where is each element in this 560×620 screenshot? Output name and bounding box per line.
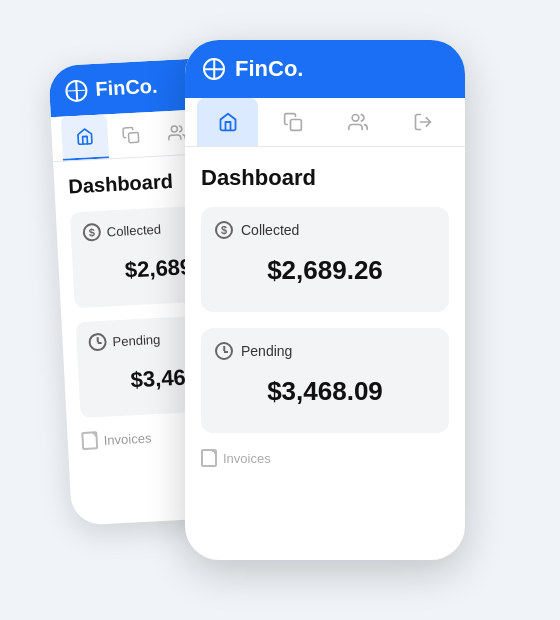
dollar-icon-front: $	[215, 221, 233, 239]
exit-icon-front	[413, 112, 433, 132]
front-phone-app-name: FinCo.	[235, 56, 303, 82]
back-phone-app-name: FinCo.	[95, 75, 158, 101]
people-icon-front	[348, 112, 368, 132]
svg-rect-0	[128, 132, 138, 142]
front-invoices-label: Invoices	[201, 449, 449, 467]
front-pending-label: Pending	[215, 342, 435, 360]
front-phone-nav	[185, 98, 465, 147]
front-nav-people[interactable]	[327, 98, 388, 146]
front-nav-exit[interactable]	[392, 98, 453, 146]
front-phone-body: Dashboard $ Collected $2,689.26 Pending …	[185, 147, 465, 485]
front-pending-card: Pending $3,468.09	[201, 328, 449, 433]
front-pending-value: $3,468.09	[215, 364, 435, 419]
doc-icon	[81, 431, 98, 450]
home-icon-front	[218, 112, 238, 132]
front-phone-header: FinCo.	[185, 40, 465, 98]
front-page-title: Dashboard	[201, 165, 449, 191]
back-nav-copy[interactable]	[107, 112, 155, 158]
copy-icon-front	[283, 112, 303, 132]
front-nav-home[interactable]	[197, 98, 258, 146]
back-nav-home[interactable]	[61, 114, 109, 160]
front-collected-card: $ Collected $2,689.26	[201, 207, 449, 312]
front-nav-copy[interactable]	[262, 98, 323, 146]
svg-rect-3	[290, 120, 301, 131]
svg-point-1	[171, 126, 177, 132]
globe-icon	[65, 79, 88, 102]
clock-icon	[88, 333, 107, 352]
globe-icon-front	[203, 58, 225, 80]
front-collected-label: $ Collected	[215, 221, 435, 239]
svg-point-4	[352, 115, 359, 122]
front-phone: FinCo. Dashboard $ Collected $2,689.26	[185, 40, 465, 560]
clock-icon-front	[215, 342, 233, 360]
home-icon	[75, 127, 94, 146]
front-collected-value: $2,689.26	[215, 243, 435, 298]
copy-icon	[121, 126, 140, 145]
people-icon	[167, 123, 186, 142]
doc-icon-front	[201, 449, 217, 467]
dollar-icon: $	[82, 223, 101, 242]
